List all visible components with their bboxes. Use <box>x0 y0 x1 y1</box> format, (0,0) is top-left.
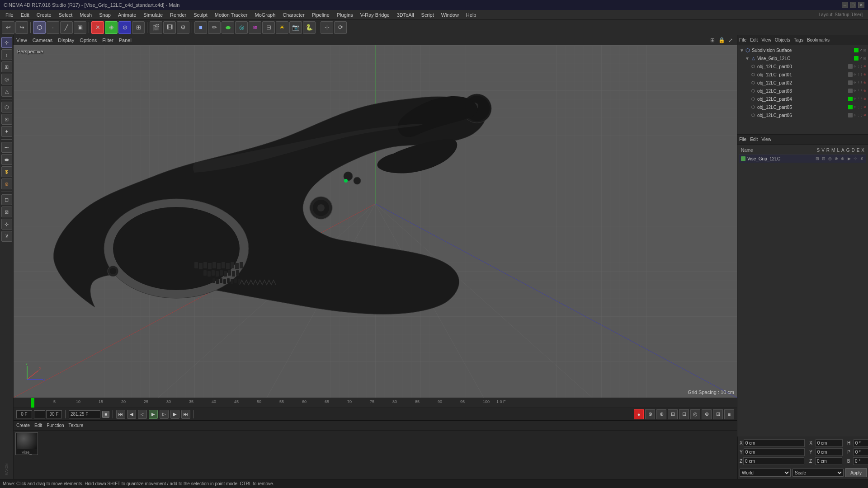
obj-menu-view[interactable]: View <box>761 38 771 42</box>
attr-icon-4[interactable]: ⊗ <box>834 156 839 161</box>
vp-menu-view[interactable]: View <box>16 38 27 43</box>
btm-menu-function[interactable]: Function <box>47 423 64 428</box>
viewport-icon-maximize[interactable]: ⤢ <box>727 37 734 44</box>
obj-menu-objects[interactable]: Objects <box>775 38 790 42</box>
motion-path-button[interactable]: ⊕ <box>656 409 666 419</box>
poly-mode-button[interactable]: ▣ <box>74 21 86 34</box>
next-frame-button[interactable]: ▶ <box>170 410 179 419</box>
menu-window[interactable]: Window <box>438 11 462 19</box>
anim-mode6-button[interactable]: ≡ <box>724 409 734 419</box>
coord-mode-select[interactable]: World Object Parent <box>740 469 791 477</box>
anim-mode4-button[interactable]: ⊛ <box>702 409 712 419</box>
goto-end-button[interactable]: ⏭ <box>181 410 190 419</box>
obj-menu-file[interactable]: File <box>739 38 746 42</box>
coord-b-input[interactable] <box>853 457 868 465</box>
viewport-icon-lock[interactable]: 🔒 <box>718 37 725 44</box>
btm-menu-texture[interactable]: Texture <box>69 423 84 428</box>
camera-button[interactable]: 📷 <box>289 21 302 34</box>
attr-icon-7[interactable]: ⊹ <box>853 156 858 161</box>
attr-icon-2[interactable]: ⊟ <box>821 156 826 161</box>
btm-menu-create[interactable]: Create <box>16 423 30 428</box>
obj-item-part06[interactable]: ⬡ obj_12LC_part06 ⊹ ⋮⋮ ⊗ <box>737 111 868 119</box>
menu-edit[interactable]: Edit <box>17 11 33 19</box>
obj-expand-visegrip[interactable]: ▼ <box>745 56 750 61</box>
attr-icon-5[interactable]: ⊕ <box>840 156 845 161</box>
minimize-button[interactable]: ─ <box>842 2 848 8</box>
obj-item-part00[interactable]: ⬡ obj_12LC_part00 ⊹ ⋮⋮ ⊗ <box>737 62 868 70</box>
coord-transform-select[interactable]: Scale Move Rotate <box>793 469 844 477</box>
move-tool-button[interactable]: ✕ <box>91 21 104 34</box>
menu-mograph[interactable]: MoGraph <box>251 11 279 19</box>
auto-key-button[interactable]: ⊗ <box>645 409 655 419</box>
menu-sculpt[interactable]: Sculpt <box>190 11 211 19</box>
attr-item[interactable]: Vise_Grip_12LC ⊞ ⊟ ◎ ⊗ ⊕ ▶ ⊹ ⊻ <box>739 155 866 163</box>
menu-render[interactable]: Render <box>166 11 190 19</box>
menu-vray[interactable]: V-Ray Bridge <box>357 11 393 19</box>
menu-snap[interactable]: Snap <box>95 11 114 19</box>
obj-expand-subdivision[interactable]: ▼ <box>739 48 745 53</box>
vp-menu-cameras[interactable]: Cameras <box>33 38 53 43</box>
left-tool-10[interactable]: ⊗ <box>1 178 12 189</box>
effector-button[interactable]: ⊟ <box>262 21 275 34</box>
left-tool-3[interactable]: △ <box>1 86 12 97</box>
anim-mode2-button[interactable]: ⊟ <box>679 409 689 419</box>
obj-item-subdivision[interactable]: ▼ ⬡ Subdivision Surface ✓ ⊞ <box>737 46 868 54</box>
obj-item-part05[interactable]: ⬡ obj_12LC_part05 ⊹ ⋮⋮ ⊗ <box>737 103 868 111</box>
snap-button[interactable]: ⊹ <box>321 21 333 34</box>
left-tool-9[interactable]: $ <box>1 166 12 177</box>
attr-icon-6[interactable]: ▶ <box>846 156 852 161</box>
next-key-button[interactable]: ▷ <box>160 410 169 419</box>
menu-3dtoall[interactable]: 3DToAll <box>393 11 418 19</box>
coord-y-input[interactable] <box>744 448 805 456</box>
spline-button[interactable]: ⬬ <box>222 21 234 34</box>
nurbs-button[interactable]: ◎ <box>235 21 248 34</box>
obj-item-part02[interactable]: ⬡ obj_12LC_part02 ⊹ ⋮⋮ ⊗ <box>737 79 868 87</box>
prev-key-button[interactable]: ◁ <box>138 410 147 419</box>
coord-z-input[interactable] <box>743 457 804 465</box>
attr-icon-8[interactable]: ⊻ <box>859 156 864 161</box>
obj-item-part01[interactable]: ⬡ obj_12LC_part01 ⊹ ⋮⋮ ⊗ <box>737 70 868 79</box>
left-tool-11[interactable]: ⊟ <box>1 194 12 205</box>
obj-menu-edit[interactable]: Edit <box>750 38 758 42</box>
viewport-icon-link[interactable]: ⊞ <box>709 37 716 44</box>
edge-mode-button[interactable]: ╱ <box>60 21 73 34</box>
rotate-tool-button[interactable]: ⊘ <box>118 21 131 34</box>
deformer-button[interactable]: ≋ <box>249 21 261 34</box>
left-tool-8[interactable]: ⬬ <box>1 154 12 165</box>
obj-item-part04[interactable]: ⬡ obj_12LC_part04 ⊹ ⋮⋮ ⊗ <box>737 95 868 103</box>
attr-icon-3[interactable]: ◎ <box>827 156 833 161</box>
left-tool-1[interactable]: ⊞ <box>1 61 12 72</box>
btm-menu-edit[interactable]: Edit <box>34 423 42 428</box>
timeline[interactable]: 0 5 10 15 20 25 30 35 40 45 50 55 60 65 … <box>14 398 737 408</box>
anim-mode3-button[interactable]: ◎ <box>690 409 700 419</box>
attr-menu-view[interactable]: View <box>761 137 771 142</box>
anim-mode-button[interactable]: ⊞ <box>668 409 678 419</box>
cube-button[interactable]: ■ <box>194 21 207 34</box>
render-view-button[interactable]: 🎬 <box>150 21 162 34</box>
apply-button[interactable]: Apply <box>845 468 867 477</box>
menu-animate[interactable]: Animate <box>114 11 140 19</box>
play-button[interactable]: ▶ <box>149 410 158 419</box>
brush-button[interactable]: ✏ <box>208 21 221 34</box>
material-preview[interactable]: Vise_ <box>15 432 38 455</box>
frame-step1-input[interactable] <box>34 410 45 418</box>
light-button[interactable]: ☀ <box>276 21 288 34</box>
menu-select[interactable]: Select <box>55 11 76 19</box>
left-tool-13[interactable]: ⊹ <box>1 219 12 230</box>
goto-start-button[interactable]: ⏮ <box>116 410 125 419</box>
record-button[interactable]: ■ <box>102 411 109 418</box>
left-tool-2[interactable]: ◎ <box>1 74 12 84</box>
viewport[interactable]: X Y Z Perspective Grid Spacing : 10 cm <box>14 45 737 398</box>
frame-end-input[interactable] <box>46 410 62 418</box>
menu-plugins[interactable]: Plugins <box>333 11 357 19</box>
attr-menu-file[interactable]: File <box>739 137 746 142</box>
left-tool-move[interactable]: ↕ <box>1 49 12 60</box>
undo-button[interactable]: ↩ <box>2 21 14 34</box>
transform-tool-button[interactable]: ⊞ <box>132 21 145 34</box>
left-tool-5[interactable]: ⊡ <box>1 114 12 125</box>
attr-icon-1[interactable]: ⊞ <box>815 156 820 161</box>
coord-h-input[interactable] <box>854 439 868 447</box>
obj-menu-bookmarks[interactable]: Bookmarks <box>807 38 830 42</box>
left-tool-select[interactable]: ⊹ <box>1 37 12 48</box>
obj-item-part03[interactable]: ⬡ obj_12LC_part03 ⊹ ⋮⋮ ⊗ <box>737 87 868 95</box>
